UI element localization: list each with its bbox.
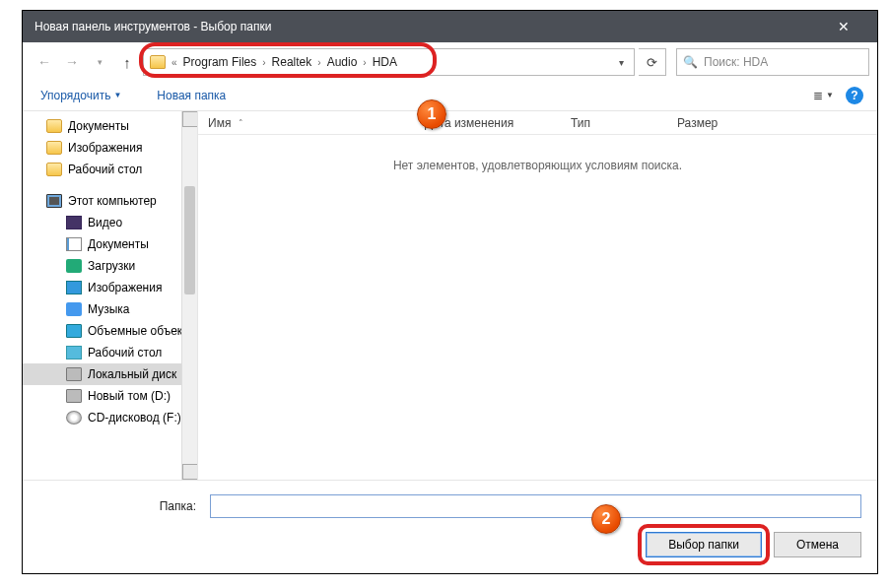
tree-item-label: Документы xyxy=(68,119,129,133)
img-icon xyxy=(66,281,82,294)
address-dropdown-icon[interactable]: ▾ xyxy=(615,57,628,68)
folder-name-input[interactable] xyxy=(210,494,861,518)
chevron-down-icon: ▼ xyxy=(826,91,834,99)
search-placeholder: Поиск: HDA xyxy=(704,55,768,69)
empty-message: Нет элементов, удовлетворяющих условиям … xyxy=(198,159,877,172)
tree-item-label: Изображения xyxy=(68,141,142,155)
tree-item[interactable]: Объемные объекты xyxy=(23,320,197,342)
up-icon[interactable]: ↑ xyxy=(115,50,139,74)
tree-item[interactable]: Изображения xyxy=(23,137,197,159)
column-size[interactable]: Размер xyxy=(667,116,746,130)
tree-scrollbar[interactable]: ▴ ▾ xyxy=(181,111,197,480)
tree-item[interactable]: Музыка xyxy=(23,298,197,320)
tree-item-label: Документы xyxy=(88,237,149,251)
breadcrumb[interactable]: Audio xyxy=(323,55,362,69)
breadcrumb[interactable]: Program Files xyxy=(179,55,261,69)
navigation-row: ← → ▾ ↑ « Program Files › Realtek › Audi… xyxy=(23,42,877,80)
annotation-callout-1: 1 xyxy=(417,99,446,129)
help-icon[interactable]: ? xyxy=(846,87,863,104)
scroll-thumb[interactable] xyxy=(184,186,195,294)
crumb-overflow-icon[interactable]: « xyxy=(170,57,179,68)
toolbar: Упорядочить ▼ Новая папка ≣ ▼ ? xyxy=(23,80,877,111)
tree-item-label: Новый том (D:) xyxy=(88,389,171,403)
column-type[interactable]: Тип xyxy=(561,116,667,130)
folder-icon xyxy=(46,141,62,155)
tree-item[interactable]: Документы xyxy=(23,233,197,255)
dialog-window: Новая панель инструментов - Выбор папки … xyxy=(22,10,878,574)
tree-item-label: Объемные объекты xyxy=(88,324,196,338)
dl-icon xyxy=(66,259,82,273)
desk-icon xyxy=(66,346,82,359)
folder-icon xyxy=(150,55,166,69)
tree-item[interactable]: Изображения xyxy=(23,277,197,298)
dialog-body: ДокументыИзображенияРабочий столЭтот ком… xyxy=(23,111,877,480)
organize-label: Упорядочить xyxy=(40,89,110,102)
vol-icon xyxy=(66,324,82,338)
close-icon[interactable]: ✕ xyxy=(822,11,865,42)
chevron-right-icon[interactable]: › xyxy=(315,57,322,68)
chevron-right-icon[interactable]: › xyxy=(361,57,368,68)
folder-icon xyxy=(46,119,62,133)
tree-item[interactable]: Новый том (D:) xyxy=(23,385,197,407)
cancel-button[interactable]: Отмена xyxy=(774,532,861,557)
tree-item-label: Видео xyxy=(88,216,122,229)
dialog-footer: Папка: Выбор папки Отмена xyxy=(23,480,877,573)
breadcrumb[interactable]: HDA xyxy=(369,55,401,69)
disk-icon xyxy=(66,367,82,381)
scroll-up-icon[interactable]: ▴ xyxy=(182,111,198,127)
tree-item-label: Музыка xyxy=(88,302,129,316)
tree-item-label: Загрузки xyxy=(88,259,135,273)
search-icon: 🔍 xyxy=(683,55,698,69)
window-title: Новая панель инструментов - Выбор папки xyxy=(34,20,822,33)
tree-item[interactable]: Загрузки xyxy=(23,255,197,277)
folder-label: Папка: xyxy=(38,499,202,513)
refresh-icon[interactable]: ⟳ xyxy=(639,48,666,76)
disk-icon xyxy=(66,389,82,403)
pc-icon xyxy=(46,194,62,208)
nav-tree[interactable]: ДокументыИзображенияРабочий столЭтот ком… xyxy=(23,111,198,480)
tree-item[interactable]: Рабочий стол xyxy=(23,342,197,363)
sort-caret-icon: ˄ xyxy=(239,118,243,128)
cd-icon xyxy=(66,411,82,425)
tree-item-label: Изображения xyxy=(88,281,162,294)
column-name[interactable]: Имя ˄ xyxy=(198,116,415,130)
column-headers: Имя ˄ Дата изменения Тип Размер xyxy=(198,111,877,135)
tree-item-label: Этот компьютер xyxy=(68,194,157,208)
file-list: Имя ˄ Дата изменения Тип Размер Нет элем… xyxy=(198,111,877,480)
tree-item-label: Рабочий стол xyxy=(88,346,162,359)
forward-icon[interactable]: → xyxy=(60,50,84,74)
tree-item[interactable]: Этот компьютер xyxy=(23,190,197,212)
view-options-button[interactable]: ≣ ▼ xyxy=(813,89,834,102)
tree-item[interactable]: Рабочий стол xyxy=(23,159,197,180)
back-icon[interactable]: ← xyxy=(33,50,56,74)
annotation-callout-2: 2 xyxy=(591,504,621,534)
address-bar[interactable]: « Program Files › Realtek › Audio › HDA … xyxy=(143,48,635,76)
scroll-down-icon[interactable]: ▾ xyxy=(182,464,198,480)
tree-item[interactable]: Видео xyxy=(23,212,197,233)
search-input[interactable]: 🔍 Поиск: HDA xyxy=(676,48,869,76)
tree-item[interactable]: Документы xyxy=(23,115,197,137)
view-icon: ≣ xyxy=(813,89,823,102)
tree-item[interactable]: Локальный диск xyxy=(23,363,197,385)
tree-item-label: Локальный диск xyxy=(88,367,176,381)
column-name-label: Имя xyxy=(208,116,231,130)
chevron-right-icon[interactable]: › xyxy=(260,57,267,68)
organize-menu[interactable]: Упорядочить ▼ xyxy=(36,87,125,104)
tree-item[interactable]: CD-дисковод (F:) xyxy=(23,407,197,428)
new-folder-button[interactable]: Новая папка xyxy=(153,87,230,104)
music-icon xyxy=(66,302,82,316)
tree-item-label: CD-дисковод (F:) xyxy=(88,411,181,425)
breadcrumb[interactable]: Realtek xyxy=(268,55,316,69)
recent-dropdown-icon[interactable]: ▾ xyxy=(88,50,111,74)
address-bar-wrap: « Program Files › Realtek › Audio › HDA … xyxy=(143,48,635,76)
select-folder-button[interactable]: Выбор папки xyxy=(646,532,762,557)
folder-icon xyxy=(46,163,62,176)
tree-item-label: Рабочий стол xyxy=(68,163,142,176)
video-icon xyxy=(66,216,82,229)
doc-icon xyxy=(66,237,82,251)
chevron-down-icon: ▼ xyxy=(113,91,121,99)
titlebar: Новая панель инструментов - Выбор папки … xyxy=(23,11,877,42)
